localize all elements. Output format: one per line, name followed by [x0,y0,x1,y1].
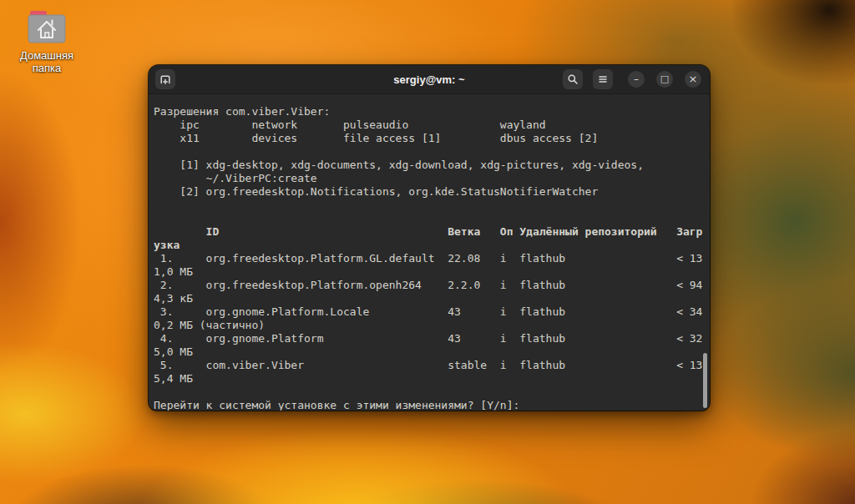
terminal-line: ~/.ViberPC:create [154,172,710,185]
home-folder-shortcut[interactable]: Домашняя папка [7,7,87,74]
terminal-window: sergiy@vm: ~ – □ × Разрешения com.viber.… [149,65,710,411]
terminal-line: 0,2 МБ (частично) [154,319,710,332]
titlebar[interactable]: sergiy@vm: ~ – □ × [149,65,710,94]
minimize-button[interactable]: – [628,71,645,88]
minimize-icon: – [634,71,639,88]
terminal-line: Перейти к системой установке с этими изм… [154,399,710,411]
terminal-line: 1. org.freedesktop.Platform.GL.default 2… [154,252,710,265]
new-tab-icon [159,73,172,86]
terminal-line: [1] xdg-desktop, xdg-documents, xdg-down… [154,159,710,172]
search-button[interactable] [563,69,583,89]
maximize-button[interactable]: □ [656,71,673,88]
hamburger-menu-icon [596,73,610,86]
terminal-line: 2. org.freedesktop.Platform.openh264 2.2… [154,279,710,292]
terminal-line [154,386,710,399]
scrollbar[interactable] [703,353,707,408]
terminal-line [154,199,710,212]
menu-button[interactable] [593,69,613,89]
terminal-line [154,212,710,225]
terminal-line: 4,3 кБ [154,292,710,305]
terminal-line: 5,4 МБ [154,372,710,386]
terminal-line: 4. org.gnome.Platform 43 i flathub < 32 [154,332,710,345]
maximize-icon: □ [660,71,669,88]
terminal-line: 3. org.gnome.Platform.Locale 43 i flathu… [154,305,710,319]
home-folder-icon [24,7,69,47]
home-folder-label: Домашняя папка [7,49,87,74]
close-icon: × [689,71,698,88]
terminal-line: x11 devices file access [1] dbus access … [154,132,710,145]
terminal-line: 5. com.viber.Viber stable i flathub < 13 [154,359,710,372]
close-button[interactable]: × [685,71,701,88]
terminal-line: [2] org.freedesktop.Notifications, org.k… [154,185,710,199]
terminal-output[interactable]: Разрешения com.viber.Viber: ipc network … [149,95,710,411]
terminal-line [154,145,710,159]
terminal-line: 5,0 МБ [154,345,710,359]
terminal-line: узка [154,239,710,252]
search-icon [566,73,579,86]
terminal-line: Разрешения com.viber.Viber: [154,105,710,118]
terminal-line: ipc network pulseaudio wayland [154,118,710,132]
terminal-line: ID Ветка Оп Удалённый репозиторий Загр [154,225,710,239]
new-tab-button[interactable] [155,69,175,89]
terminal-line: 1,0 МБ [154,265,710,279]
